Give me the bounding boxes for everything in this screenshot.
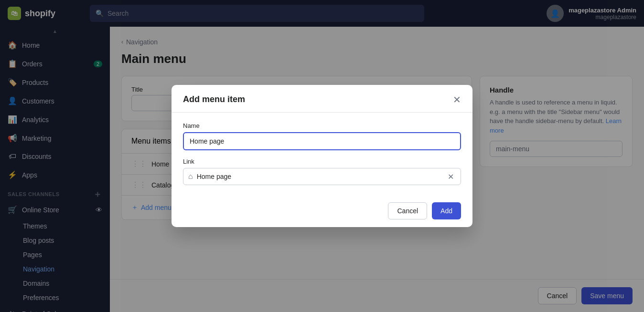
home-icon: ⌂ <box>188 172 193 181</box>
modal-cancel-button[interactable]: Cancel <box>388 202 427 219</box>
modal-footer: Cancel Add <box>172 195 472 227</box>
modal-title: Add menu item <box>183 94 245 104</box>
name-label: Name <box>183 122 461 129</box>
add-menu-item-modal: Add menu item ✕ Name Link ⌂ ✕ Cancel Add <box>172 85 472 227</box>
link-input-wrapper: ⌂ ✕ <box>183 168 461 185</box>
name-input[interactable] <box>183 132 461 150</box>
link-clear-button[interactable]: ✕ <box>446 170 456 183</box>
link-input[interactable] <box>197 168 442 185</box>
modal-add-button[interactable]: Add <box>432 202 461 219</box>
modal-header: Add menu item ✕ <box>172 85 472 113</box>
modal-overlay[interactable]: Add menu item ✕ Name Link ⌂ ✕ Cancel Add <box>0 0 644 312</box>
link-label: Link <box>183 158 461 165</box>
modal-close-button[interactable]: ✕ <box>453 95 461 104</box>
modal-body: Name Link ⌂ ✕ <box>172 113 472 195</box>
